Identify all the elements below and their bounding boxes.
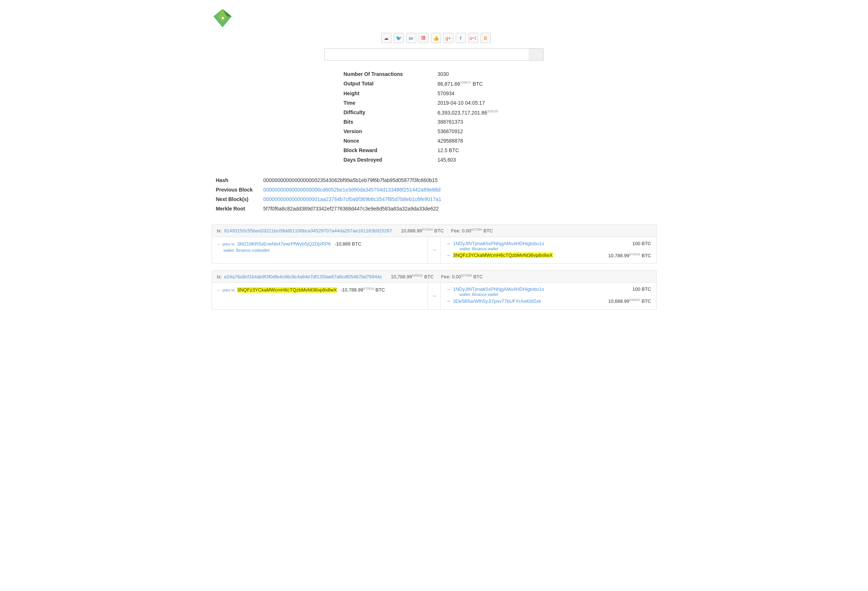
logo: ◆: [212, 7, 233, 29]
tx-input-row: ← prev tx 3NQFz3YCkaMWcmH6cTQzbMvNt36vp8…: [217, 286, 422, 292]
tx-inputs: ← prev tx 3NQFz3YCkaMWcmH6cTQzbMvNt36vp8…: [212, 283, 428, 309]
block-info-label: Height: [339, 88, 433, 98]
block-info-label: Days Destroyed: [339, 155, 433, 165]
share-googleplus[interactable]: g+1: [468, 33, 478, 43]
share-reddit[interactable]: ☁: [381, 33, 391, 43]
search-input[interactable]: [324, 48, 529, 60]
wide-rows-table: Hash000000000000000000023543062bf99a5b1e…: [212, 175, 657, 214]
header-title-area: [245, 18, 657, 19]
tx-output-row: →1NDyJtNTjmwk5xPNhjgAMu4HDHigtobu1s100 B…: [446, 241, 651, 251]
tx-prev-label: ← prev tx: [217, 287, 236, 293]
block-info-value: 3030: [433, 69, 529, 79]
tx-total-amount: 10,788.99945832 BTC: [391, 274, 434, 280]
page-header: ◆: [212, 7, 657, 29]
block-info-value: 388761373: [433, 117, 529, 127]
block-info-value: 536870912: [433, 127, 529, 136]
wide-row-value[interactable]: 00000000000000000006cd6052be1e3d90da3457…: [259, 185, 657, 195]
share-facebook[interactable]: f: [456, 33, 466, 43]
tx-fee: Fee: 0.00027084 BTC: [441, 274, 483, 280]
tx-output-wallet: wallet: Binance-wallet: [460, 292, 651, 296]
tx-header: tx:91493150c55bed2d221bc09dd01100bca3452…: [212, 225, 656, 237]
tx-id-prefix: tx:: [217, 228, 222, 233]
share-like[interactable]: 👍: [431, 33, 441, 43]
block-info-table: Number Of Transactions3030Output Total86…: [339, 69, 529, 165]
block-info-label: Block Reward: [339, 146, 433, 155]
share-blogger[interactable]: B: [481, 33, 491, 43]
tx-id-link[interactable]: e24a76a9cf1b4ab9f3f0dfe4c66c9c4a84e7df13…: [224, 274, 382, 280]
block-info-value: 6,393,023,717,201.86328125: [433, 108, 529, 118]
tx-id-link[interactable]: 91493150c55bed2d221bc09dd01100bca3452970…: [224, 228, 392, 233]
tx-fee: Fee: 0.00027084 BTC: [451, 228, 493, 233]
block-info-value: 570934: [433, 88, 529, 98]
share-vk[interactable]: вк: [406, 33, 416, 43]
tx-output-row: →3De5B5arWfh5yJi7pov77bUFXrAeKbfZxk10,68…: [446, 298, 651, 304]
wide-row-value[interactable]: 00000000000000000001aa23764b7cf0a6f369b8…: [259, 195, 657, 204]
wide-row-label: Merkle Root: [212, 204, 259, 214]
tx-body: ← prev tx 3NQFz3YCkaMWcmH6cTQzbMvNt36vp8…: [212, 283, 656, 309]
tx-output-addr-link[interactable]: 1NDyJtNTjmwk5xPNhjgAMu4HDHigtobu1s: [453, 241, 545, 246]
tx-input-row: ← prev tx 3M219KR5vEneNb47ewrPfWyb5jQ2Dj…: [217, 241, 422, 247]
share-weibo[interactable]: 微: [418, 33, 429, 43]
block-info-label: Output Total: [339, 79, 433, 88]
tx-block: tx:e24a76a9cf1b4ab9f3f0dfe4c66c9c4a84e7d…: [212, 270, 657, 310]
tx-prev-label: ← prev tx: [217, 242, 236, 247]
tx-total-amount: 10,888.99972916 BTC: [401, 228, 444, 233]
wide-row-value: 5f7f0f6a8c82add389d73342ef2776368d447c3e…: [259, 204, 657, 214]
tx-addr-highlight[interactable]: 3NQFz3YCkaMWcmH6cTQzbMvNt36vp8x8wX: [237, 287, 337, 293]
tx-inputs: ← prev tx 3M219KR5vEneNb47ewrPfWyb5jQ2Dj…: [212, 237, 428, 264]
block-info-label: Nonce: [339, 136, 433, 146]
tx-outputs: →1NDyJtNTjmwk5xPNhjgAMu4HDHigtobu1s100 B…: [441, 237, 656, 264]
tx-divider-arrow: →: [428, 283, 441, 309]
tx-output-row: →1NDyJtNTjmwk5xPNhjgAMu4HDHigtobu1s100 B…: [446, 286, 651, 296]
tx-addr-link[interactable]: 3M219KR5vEneNb47ewrPfWyb5jQ2DjxRP6: [237, 241, 331, 247]
tx-output-amount: 100 BTC: [632, 241, 651, 246]
tx-output-amount: 100 BTC: [632, 286, 651, 292]
search-bar: [212, 48, 657, 60]
svg-text:◆: ◆: [221, 16, 224, 20]
block-info-label: Difficulty: [339, 108, 433, 118]
tx-output-arrow-icon: →: [446, 252, 451, 258]
tx-outputs: →1NDyJtNTjmwk5xPNhjgAMu4HDHigtobu1s100 B…: [441, 283, 656, 309]
tx-block: tx:91493150c55bed2d221bc09dd01100bca3452…: [212, 224, 657, 264]
block-info-value: 12.5 BTC: [433, 146, 529, 155]
share-twitter[interactable]: 🐦: [394, 33, 404, 43]
share-google[interactable]: g+: [443, 33, 453, 43]
block-info-value: 86,871.66159671 BTC: [433, 79, 529, 88]
tx-output-addr-link[interactable]: 1NDyJtNTjmwk5xPNhjgAMu4HDHigtobu1s: [453, 286, 545, 292]
block-info-label: Time: [339, 98, 433, 108]
tx-input-amount: -10,889 BTC: [335, 241, 362, 247]
block-info-label: Version: [339, 127, 433, 136]
tx-output-row: →3NQFz3YCkaMWcmH6cTQzbMvNt36vp8x8wX10,78…: [446, 252, 651, 258]
wide-row-label: Previous Block: [212, 185, 259, 195]
tx-output-arrow-icon: →: [446, 286, 451, 292]
tx-input-amount: -10,788.99972916 BTC: [340, 287, 385, 293]
tx-output-amount: 10,788.99972916 BTC: [608, 252, 651, 258]
tx-body: ← prev tx 3M219KR5vEneNb47ewrPfWyb5jQ2Dj…: [212, 237, 656, 264]
tx-output-addr-highlight[interactable]: 3NQFz3YCkaMWcmH6cTQzbMvNt36vp8x8wX: [453, 252, 553, 258]
tx-output-addr-link[interactable]: 3De5B5arWfh5yJi7pov77bUFXrAeKbfZxk: [453, 298, 541, 304]
tx-header: tx:e24a76a9cf1b4ab9f3f0dfe4c66c9c4a84e7d…: [212, 271, 656, 283]
tx-divider-arrow: →: [428, 237, 441, 264]
wide-row-label: Next Block(s): [212, 195, 259, 204]
tx-output-wallet: wallet: Binance-wallet: [460, 247, 651, 251]
block-info-label: Number Of Transactions: [339, 69, 433, 79]
block-info-label: Bits: [339, 117, 433, 127]
tx-input-wallet: wallet: Binance-coldwallet: [224, 248, 422, 252]
wide-row-label: Hash: [212, 175, 259, 185]
tx-id-prefix: tx:: [217, 274, 222, 280]
search-button[interactable]: [529, 48, 544, 60]
tx-output-amount: 10,688.99945832 BTC: [608, 298, 651, 304]
tx-output-arrow-icon: →: [446, 241, 451, 247]
logo-icon: ◆: [212, 7, 233, 29]
block-info-value: 429588878: [433, 136, 529, 146]
block-info: Number Of Transactions3030Output Total86…: [212, 69, 657, 165]
block-info-value: 145,603: [433, 155, 529, 165]
block-info-value: 2019-04-10 04:05:17: [433, 98, 529, 108]
wide-row-value: 000000000000000000023543062bf99a5b1eb79f…: [259, 175, 657, 185]
share-bar: ☁ 🐦 вк 微 👍 g+ f g+1 B: [212, 33, 657, 43]
transactions-area: tx:91493150c55bed2d221bc09dd01100bca3452…: [212, 224, 657, 310]
tx-output-arrow-icon: →: [446, 298, 451, 304]
